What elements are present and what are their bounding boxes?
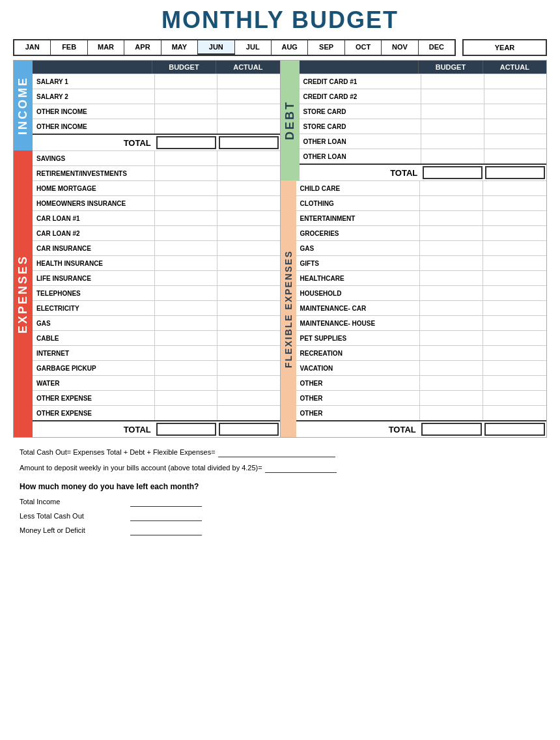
expense-2-budget[interactable] [154, 166, 217, 180]
flexible-15-budget[interactable] [419, 391, 483, 405]
tab-jul[interactable]: JUL [235, 40, 272, 55]
expense-3-actual[interactable] [217, 181, 279, 195]
expense-4-budget[interactable] [154, 196, 217, 210]
tab-feb[interactable]: FEB [51, 40, 87, 55]
debt-6-budget[interactable] [421, 149, 483, 164]
flexible-15-actual[interactable] [483, 391, 546, 405]
income-3-actual[interactable] [217, 104, 279, 119]
income-total-actual[interactable] [219, 136, 279, 149]
expense-9-actual[interactable] [217, 271, 279, 285]
tab-jan[interactable]: JAN [14, 40, 51, 55]
income-4-actual[interactable] [217, 119, 279, 134]
debt-4-budget[interactable] [421, 119, 483, 134]
expense-12-actual[interactable] [217, 316, 279, 330]
weekly-deposit-line[interactable] [265, 462, 337, 473]
expense-17-budget[interactable] [154, 391, 217, 405]
debt-total-budget[interactable] [423, 166, 483, 179]
expense-11-actual[interactable] [217, 301, 279, 315]
income-2-budget[interactable] [154, 89, 217, 104]
expense-4-actual[interactable] [217, 196, 279, 210]
expense-17-actual[interactable] [217, 391, 279, 405]
flexible-total-budget[interactable] [421, 423, 482, 436]
expense-10-actual[interactable] [217, 286, 279, 300]
expense-5-budget[interactable] [154, 211, 217, 225]
flexible-16-actual[interactable] [483, 406, 546, 420]
debt-4-actual[interactable] [484, 119, 546, 134]
flexible-10-actual[interactable] [483, 316, 546, 330]
expense-12-budget[interactable] [154, 316, 217, 330]
income-total-budget[interactable] [156, 136, 216, 149]
flexible-4-actual[interactable] [483, 226, 546, 240]
flexible-9-actual[interactable] [483, 301, 546, 315]
expense-7-budget[interactable] [154, 241, 217, 255]
expense-6-budget[interactable] [154, 226, 217, 240]
flexible-11-budget[interactable] [419, 331, 483, 345]
expense-11-budget[interactable] [154, 301, 217, 315]
flexible-5-actual[interactable] [483, 241, 546, 255]
tab-aug[interactable]: AUG [272, 40, 308, 55]
flexible-13-budget[interactable] [419, 361, 483, 375]
flexible-10-budget[interactable] [419, 316, 483, 330]
flexible-2-budget[interactable] [419, 196, 483, 210]
cash-out-line[interactable] [218, 447, 335, 457]
expense-16-actual[interactable] [217, 376, 279, 390]
debt-3-budget[interactable] [421, 104, 483, 119]
debt-1-actual[interactable] [484, 74, 546, 89]
expense-13-actual[interactable] [217, 331, 279, 345]
income-1-budget[interactable] [154, 74, 217, 89]
expense-8-budget[interactable] [154, 256, 217, 270]
expense-6-actual[interactable] [217, 226, 279, 240]
tab-mar[interactable]: MAR [88, 40, 124, 55]
expense-15-budget[interactable] [154, 361, 217, 375]
expense-14-budget[interactable] [154, 346, 217, 360]
tab-oct[interactable]: OCT [345, 40, 382, 55]
flexible-13-actual[interactable] [483, 361, 546, 375]
flexible-6-budget[interactable] [419, 256, 483, 270]
expense-1-actual[interactable] [217, 151, 279, 165]
flexible-3-budget[interactable] [419, 211, 483, 225]
expenses-total-budget[interactable] [156, 423, 216, 436]
flexible-14-actual[interactable] [483, 376, 546, 390]
flexible-16-budget[interactable] [419, 406, 483, 420]
flexible-7-budget[interactable] [419, 271, 483, 285]
flexible-1-actual[interactable] [483, 181, 546, 195]
flexible-4-budget[interactable] [419, 226, 483, 240]
flexible-12-actual[interactable] [483, 346, 546, 360]
expenses-total-actual[interactable] [219, 423, 279, 436]
debt-5-budget[interactable] [421, 134, 483, 149]
debt-3-actual[interactable] [484, 104, 546, 119]
tab-sep[interactable]: SEP [308, 40, 344, 55]
flexible-8-actual[interactable] [483, 286, 546, 300]
expense-15-actual[interactable] [217, 361, 279, 375]
expense-18-budget[interactable] [154, 406, 217, 420]
flexible-7-actual[interactable] [483, 271, 546, 285]
total-income-line[interactable] [130, 496, 202, 507]
debt-total-actual[interactable] [485, 166, 545, 179]
expense-5-actual[interactable] [217, 211, 279, 225]
debt-2-budget[interactable] [421, 89, 483, 104]
flexible-12-budget[interactable] [419, 346, 483, 360]
expense-10-budget[interactable] [154, 286, 217, 300]
expense-3-budget[interactable] [154, 181, 217, 195]
flexible-2-actual[interactable] [483, 196, 546, 210]
income-3-budget[interactable] [154, 104, 217, 119]
debt-6-actual[interactable] [484, 149, 546, 164]
debt-1-budget[interactable] [421, 74, 483, 89]
income-4-budget[interactable] [154, 119, 217, 134]
expense-16-budget[interactable] [154, 376, 217, 390]
flexible-9-budget[interactable] [419, 301, 483, 315]
flexible-6-actual[interactable] [483, 256, 546, 270]
flexible-11-actual[interactable] [483, 331, 546, 345]
tab-may[interactable]: MAY [161, 40, 198, 55]
tab-jun[interactable]: JUN [198, 40, 234, 55]
less-cash-out-line[interactable] [130, 511, 202, 521]
flexible-5-budget[interactable] [419, 241, 483, 255]
tab-apr[interactable]: APR [124, 40, 161, 55]
debt-5-actual[interactable] [484, 134, 546, 149]
flexible-8-budget[interactable] [419, 286, 483, 300]
expense-8-actual[interactable] [217, 256, 279, 270]
money-left-line[interactable] [130, 525, 202, 535]
tab-nov[interactable]: NOV [382, 40, 418, 55]
income-1-actual[interactable] [217, 74, 279, 89]
flexible-3-actual[interactable] [483, 211, 546, 225]
